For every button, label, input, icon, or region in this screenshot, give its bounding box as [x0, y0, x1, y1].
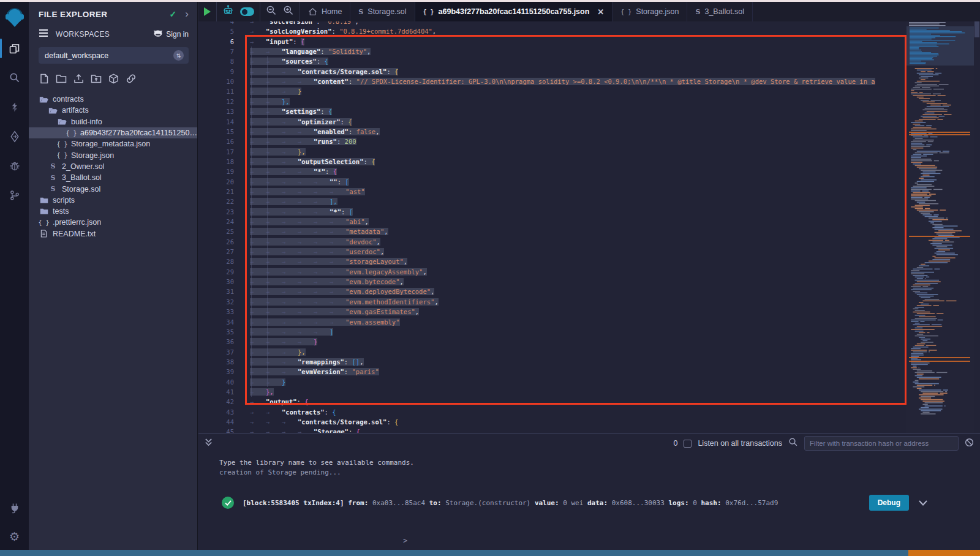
status-alert-segment[interactable]: [908, 550, 980, 556]
solidity-file-icon: S: [48, 174, 58, 182]
run-script-button[interactable]: [204, 7, 211, 16]
tree-item-artifacts[interactable]: artifacts: [29, 105, 197, 116]
zoom-out-icon[interactable]: [266, 5, 277, 18]
tab-storage-json[interactable]: { }Storage.json: [612, 2, 687, 21]
tree-item-readme-txt[interactable]: README.txt: [29, 228, 197, 239]
json-file-icon: { }: [66, 130, 77, 137]
tree-item-label: scripts: [53, 196, 75, 205]
line-number: 8: [198, 56, 243, 66]
tab-home[interactable]: Home: [300, 2, 350, 21]
main-area: HomeSStorage.sol{ }a69b43f277ba20fcac141…: [198, 2, 980, 550]
listen-all-checkbox[interactable]: [684, 440, 692, 448]
terminal-log-line: Type the library name to see available c…: [219, 458, 980, 468]
line-number: 4: [198, 21, 243, 26]
tree-item-3-ballot-sol[interactable]: S3_Ballot.sol: [29, 172, 197, 183]
tree-item-contracts[interactable]: contracts: [29, 94, 197, 105]
link-icon[interactable]: [126, 73, 137, 86]
debug-button[interactable]: Debug: [869, 495, 909, 511]
line-number: 19: [198, 167, 243, 176]
sidebar-item-settings[interactable]: ⚙: [0, 523, 29, 550]
clear-console-icon[interactable]: [965, 438, 974, 449]
line-number: 9: [198, 67, 243, 77]
tree-item-storage-sol[interactable]: SStorage.sol: [29, 183, 197, 194]
chevron-right-icon[interactable]: ›: [185, 11, 189, 17]
file-operations-toolbar: [29, 64, 197, 91]
icon-rail: ⚙: [0, 2, 29, 550]
file-explorer-panel: FILE EXPLORER ✓ › WORKSPACES Sign in def…: [29, 2, 198, 550]
workspace-select[interactable]: default_workspace ⇅: [39, 47, 189, 64]
listen-all-label: Listen on all transactions: [698, 439, 782, 448]
sidebar-item-search[interactable]: [0, 63, 29, 92]
ai-toggle-switch[interactable]: [240, 7, 254, 16]
tab-label: Home: [322, 7, 342, 16]
deploy-run-icon: [9, 130, 21, 143]
zoom-in-icon[interactable]: [283, 5, 294, 18]
tree-item-a69b43f277ba20fcac141151250ca7-[interactable]: { }a69b43f277ba20fcac141151250ca7...: [29, 127, 197, 138]
line-number: 6: [198, 37, 243, 47]
line-number: 20: [198, 177, 243, 187]
code-editor[interactable]: 4→"solcVersion": "0.8.19",5→"solcLongVer…: [198, 21, 980, 433]
new-file-icon[interactable]: [39, 73, 49, 86]
sidebar-item-file-explorer[interactable]: [0, 34, 29, 63]
git-branch-icon: [9, 189, 21, 201]
line-number: 21: [198, 187, 243, 197]
line-number: 43: [198, 407, 243, 417]
tree-item-label: artifacts: [62, 106, 89, 115]
json-file-icon: { }: [57, 141, 67, 148]
upload-folder-icon[interactable]: [91, 73, 102, 86]
cube-icon[interactable]: [108, 73, 119, 86]
line-number: 27: [198, 247, 243, 257]
tree-item-tests[interactable]: tests: [29, 206, 197, 217]
solidity-file-icon: S: [48, 185, 58, 193]
sidebar-item-plugin-manager[interactable]: [0, 494, 29, 523]
tree-item-storage-json[interactable]: { }Storage.json: [29, 149, 197, 160]
gear-icon: ⚙: [9, 530, 20, 544]
folder-icon: [39, 208, 49, 215]
terminal-log: Type the library name to see available c…: [219, 458, 980, 478]
solidity-file-icon: S: [48, 162, 58, 170]
close-tab-icon[interactable]: ✕: [597, 7, 604, 17]
tree-item-scripts[interactable]: scripts: [29, 195, 197, 206]
transaction-filter-input[interactable]: [804, 436, 959, 451]
tree-item-label: Storage.json: [71, 151, 114, 160]
terminal-log-line: creation of Storage pending...: [219, 468, 980, 478]
tab-a69b43f277ba20fcac141151250ca755-json[interactable]: { }a69b43f277ba20fcac141151250ca755.json…: [415, 2, 613, 21]
tab-label: 3_Ballot.sol: [704, 7, 744, 16]
code-line: →→"contracts": {: [250, 407, 336, 417]
folder-icon: [39, 197, 49, 204]
sidebar-item-solidity-compiler[interactable]: [0, 92, 29, 122]
tree-item-build-info[interactable]: build-info: [29, 116, 197, 127]
remix-ai-robot-icon[interactable]: [222, 5, 234, 18]
line-number: 30: [198, 277, 243, 287]
line-number: 29: [198, 267, 243, 277]
upload-file-icon[interactable]: [74, 73, 84, 86]
line-number: 44: [198, 417, 243, 427]
line-number: 26: [198, 237, 243, 247]
minimap[interactable]: [907, 21, 974, 433]
transaction-row[interactable]: [block:5583405 txIndex:4] from: 0xa03...…: [198, 492, 980, 513]
tree-item-2-owner-sol[interactable]: S2_Owner.sol: [29, 161, 197, 172]
tree-item-label: contracts: [53, 95, 84, 103]
expand-terminal-icon[interactable]: [205, 438, 213, 449]
tab-storage-sol[interactable]: SStorage.sol: [350, 2, 415, 21]
solidity-compiler-icon: [9, 101, 21, 113]
terminal-header: 0 Listen on all transactions: [198, 434, 980, 453]
sidebar-item-git[interactable]: [0, 181, 29, 210]
sidebar-item-deploy-run[interactable]: [0, 122, 29, 151]
terminal-prompt[interactable]: >: [403, 536, 407, 545]
line-number: 18: [198, 157, 243, 167]
remix-logo-icon[interactable]: [0, 2, 29, 34]
sign-in-button[interactable]: Sign in: [153, 29, 189, 40]
terminal-search-icon[interactable]: [788, 437, 798, 449]
editor-scrollbar[interactable]: [974, 21, 979, 37]
new-folder-icon[interactable]: [56, 73, 67, 86]
tree-item-label: README.txt: [53, 230, 96, 238]
tree-item--prettierrc-json[interactable]: { }.prettierrc.json: [29, 217, 197, 228]
tree-item-storage-metadata-json[interactable]: { }Storage_metadata.json: [29, 138, 197, 149]
tab-3-ballot-sol[interactable]: S3_Ballot.sol: [687, 2, 753, 21]
line-number: 14: [198, 117, 243, 127]
expand-transaction-icon[interactable]: [919, 500, 927, 506]
hamburger-menu-icon[interactable]: [39, 29, 48, 40]
sidebar-item-debugger[interactable]: [0, 151, 29, 181]
tab-label: a69b43f277ba20fcac141151250ca755.json: [439, 7, 590, 16]
